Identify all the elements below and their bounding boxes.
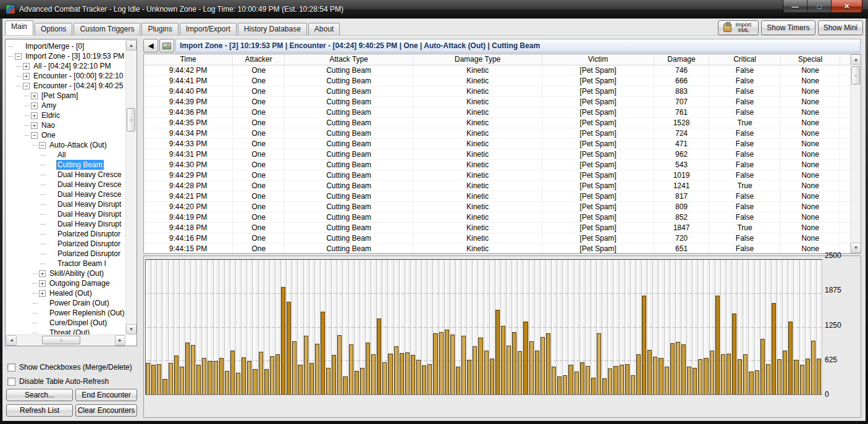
tab-options[interactable]: Options <box>35 23 72 35</box>
tree-item[interactable]: +[Pet Spam] <box>6 91 125 101</box>
tree-item-label[interactable]: Dual Heavy Cresce <box>56 180 122 189</box>
title-bar[interactable]: Advanced Combat Tracker - Log Idle - Unk… <box>0 0 868 19</box>
tree-item[interactable]: +Outgoing Damage <box>6 278 125 288</box>
tree-item-label[interactable]: Nao <box>40 120 56 130</box>
show-checkboxes-checkbox[interactable] <box>7 364 15 372</box>
tree-item[interactable]: Threat (Out) <box>6 328 125 335</box>
tree-item[interactable]: Tractor Beam I <box>6 259 125 268</box>
tree-item-label[interactable]: Amy <box>40 101 57 110</box>
tree-item[interactable]: All <box>6 150 125 160</box>
tree-item-label[interactable]: Encounter - [04:24] 9:40:25 PM <box>32 81 125 91</box>
table-row[interactable]: 9:44:31 PMOneCutting BeamKinetic[Pet Spa… <box>144 149 850 160</box>
column-header-special[interactable]: Special <box>781 54 840 65</box>
disable-auto-refresh-option[interactable]: Disable Table Auto-Refresh <box>7 376 109 386</box>
tree-item-label[interactable]: Dual Heavy Disrupt <box>56 199 122 209</box>
refresh-list-button[interactable]: Refresh List <box>6 404 73 417</box>
table-row[interactable]: 9:44:19 PMOneCutting BeamKinetic[Pet Spa… <box>144 212 850 223</box>
show-mini-button[interactable]: Show Mini <box>818 20 863 35</box>
table-vertical-scrollbar[interactable]: ▲ ≡ ▼ <box>850 54 861 253</box>
maximize-button[interactable]: □ <box>807 0 832 13</box>
graph-view-button[interactable] <box>159 39 174 52</box>
tree-horizontal-scrollbar[interactable]: ◄ ≡ ► <box>6 335 125 345</box>
tree-item[interactable]: Cutting Beam <box>6 160 125 170</box>
column-header-critical[interactable]: Critical <box>709 54 781 65</box>
scroll-down-icon[interactable]: ▼ <box>851 243 861 253</box>
table-row[interactable]: 9:44:41 PMOneCutting BeamKinetic[Pet Spa… <box>144 76 850 86</box>
expand-icon[interactable]: + <box>23 73 30 80</box>
tree-item[interactable]: +Skill/Ability (Out) <box>6 268 125 278</box>
table-row[interactable]: 9:44:33 PMOneCutting BeamKinetic[Pet Spa… <box>144 139 850 149</box>
column-header-damage[interactable]: Damage <box>654 54 709 65</box>
column-header-attack-type[interactable]: Attack Type <box>285 54 413 65</box>
column-header-attacker[interactable]: Attacker <box>233 54 285 65</box>
tree-item[interactable]: Power Replenish (Out) <box>6 308 125 318</box>
column-header-victim[interactable]: Victim <box>542 54 654 65</box>
tree-item[interactable]: −Encounter - [04:24] 9:40:25 PM <box>6 81 125 91</box>
tree-item[interactable]: −Import Zone - [3] 10:19:53 PM <box>6 51 125 61</box>
column-header-damage-type[interactable]: Damage Type <box>413 54 542 65</box>
minimize-button[interactable]: — <box>783 0 807 13</box>
tree-item[interactable]: −One <box>6 130 125 140</box>
expand-icon[interactable]: + <box>31 93 38 99</box>
end-encounter-button[interactable]: End Encounter <box>75 389 137 401</box>
expand-icon[interactable]: + <box>31 102 38 109</box>
tree-item[interactable]: Import/Merge - [0] <box>6 41 125 51</box>
tree-item[interactable]: +Eldric <box>6 110 125 120</box>
expand-icon[interactable]: + <box>31 112 38 119</box>
tree-item-label[interactable]: Power Drain (Out) <box>48 298 111 308</box>
collapse-icon[interactable]: − <box>23 83 30 89</box>
tree-item-label[interactable]: Auto-Attack (Out) <box>48 140 108 150</box>
tree-item-label[interactable]: Cure/Dispel (Out) <box>48 318 108 328</box>
scroll-up-icon[interactable]: ▲ <box>851 54 861 65</box>
disable-auto-refresh-checkbox[interactable] <box>7 378 15 386</box>
tree-item[interactable]: +Amy <box>6 101 125 110</box>
tree-item[interactable]: Polarized Disruptor <box>6 229 125 239</box>
collapse-icon[interactable]: − <box>39 142 46 149</box>
table-row[interactable]: 9:44:20 PMOneCutting BeamKinetic[Pet Spa… <box>144 202 850 212</box>
tree-item[interactable]: −Auto-Attack (Out) <box>6 140 125 150</box>
tree-item[interactable]: +All - [04:24] 9:22:10 PM <box>6 61 125 71</box>
tree-item-label[interactable]: Outgoing Damage <box>48 278 111 288</box>
tree-item-label[interactable]: Threat (Out) <box>48 328 91 335</box>
tab-main[interactable]: Main <box>5 20 33 35</box>
tree-item-label[interactable]: All <box>56 150 67 160</box>
clear-encounters-button[interactable]: Clear Encounters <box>75 404 137 417</box>
table-scroll-thumb[interactable]: ≡ <box>851 66 860 85</box>
tree-item[interactable]: Dual Heavy Disrupt <box>6 199 125 209</box>
tree-item[interactable]: Dual Heavy Cresce <box>6 180 125 189</box>
tab-plugins[interactable]: Plugins <box>141 23 178 35</box>
tree-item-label[interactable]: Polarized Disruptor <box>56 249 122 259</box>
expand-icon[interactable]: + <box>39 290 46 297</box>
tree-item[interactable]: Dual Heavy Cresce <box>6 170 125 180</box>
tree-hscroll-thumb[interactable]: ≡ <box>42 336 80 344</box>
table-row[interactable]: 9:44:29 PMOneCutting BeamKinetic[Pet Spa… <box>144 170 850 181</box>
back-button[interactable]: ◀ <box>143 39 158 52</box>
import-xml-button[interactable]: Import XML <box>718 20 759 35</box>
table-row[interactable]: 9:44:21 PMOneCutting BeamKinetic[Pet Spa… <box>144 191 850 202</box>
collapse-icon[interactable]: − <box>31 132 38 139</box>
tree-item-label[interactable]: Healed (Out) <box>48 288 93 298</box>
tree-item[interactable]: +Healed (Out) <box>6 288 125 298</box>
show-timers-button[interactable]: Show Timers <box>761 20 815 35</box>
tree-item-label[interactable]: Dual Heavy Disrupt <box>56 219 122 229</box>
scroll-up-icon[interactable]: ▲ <box>126 40 137 51</box>
tree-item-label[interactable]: Dual Heavy Disrupt <box>56 209 122 219</box>
table-row[interactable]: 9:44:42 PMOneCutting BeamKinetic[Pet Spa… <box>144 65 850 76</box>
tab-custom-triggers[interactable]: Custom Triggers <box>74 23 140 35</box>
tree-item[interactable]: Power Drain (Out) <box>6 298 125 308</box>
table-row[interactable]: 9:44:16 PMOneCutting BeamKinetic[Pet Spa… <box>144 233 850 244</box>
table-row[interactable]: 9:44:36 PMOneCutting BeamKinetic[Pet Spa… <box>144 107 850 118</box>
tree-item[interactable]: Dual Heavy Cresce <box>6 189 125 199</box>
tree-item-label[interactable]: [Pet Spam] <box>40 91 79 101</box>
close-button[interactable]: ✕ <box>832 0 862 13</box>
tree-item[interactable]: +Nao <box>6 120 125 130</box>
search-button[interactable]: Search... <box>6 389 73 401</box>
tree-item[interactable]: +Encounter - [00:00] 9:22:10 PM <box>6 71 125 81</box>
tree-item-label[interactable]: All - [04:24] 9:22:10 PM <box>32 61 112 71</box>
tree-item-label[interactable]: Tractor Beam I <box>56 259 107 268</box>
expand-icon[interactable]: + <box>23 63 30 70</box>
expand-icon[interactable]: + <box>39 280 46 287</box>
table-row[interactable]: 9:44:40 PMOneCutting BeamKinetic[Pet Spa… <box>144 86 850 97</box>
tree-item-label[interactable]: Import/Merge - [0] <box>24 41 85 51</box>
table-row[interactable]: 9:44:35 PMOneCutting BeamKinetic[Pet Spa… <box>144 118 850 128</box>
